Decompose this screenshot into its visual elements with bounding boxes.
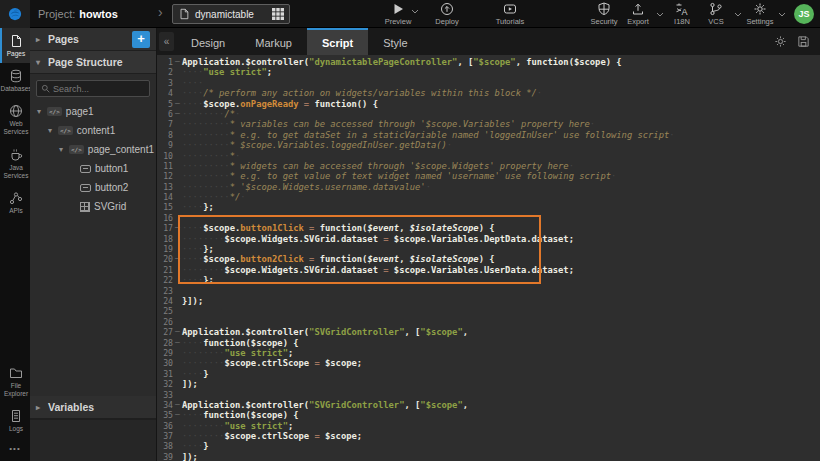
add-page-button[interactable]: + <box>132 31 150 48</box>
code-line[interactable]: 20–····$scope.button2Click = function($e… <box>157 254 820 264</box>
code-line[interactable]: 29········"use strict"; <box>157 348 820 358</box>
tab-style[interactable]: Style <box>368 28 422 55</box>
code-line[interactable]: 28–····function($scope) { <box>157 338 820 348</box>
collapse-panel-button[interactable]: « <box>159 32 174 51</box>
code-line[interactable]: 31····} <box>157 369 820 379</box>
code-line[interactable]: 32]); <box>157 379 820 389</box>
tree-item-page1[interactable]: ▾</>page1 <box>30 102 156 121</box>
vcs-button[interactable]: VCS <box>700 2 732 26</box>
code-line[interactable]: 23 <box>157 286 820 296</box>
fold-marker[interactable]: – <box>173 99 182 109</box>
tree-item-button1[interactable]: button1 <box>30 159 156 178</box>
code-line[interactable]: 22····}; <box>157 275 820 285</box>
code-line[interactable]: 33 <box>157 390 820 400</box>
sidebar-item-databases[interactable]: Databases <box>0 63 30 98</box>
code-line[interactable]: 2····"use strict"; <box>157 67 820 77</box>
save-icon[interactable] <box>797 35 810 48</box>
code-line[interactable]: 36········"use strict"; <box>157 421 820 431</box>
caret-down-icon[interactable]: ▾ <box>46 126 54 135</box>
tab-design[interactable]: Design <box>176 28 240 55</box>
sidebar-item-web-services[interactable]: Web Services <box>0 98 30 141</box>
code-line[interactable]: 16 <box>157 213 820 223</box>
fold-marker[interactable]: – <box>173 223 182 233</box>
variables-section-header[interactable]: ▸ Variables <box>30 396 156 419</box>
page-structure-header[interactable]: ▾ Page Structure <box>30 51 156 74</box>
sidebar-item-pages[interactable]: Pages <box>0 28 30 63</box>
code-line[interactable]: 15····}; <box>157 202 820 212</box>
app-logo[interactable] <box>0 0 30 28</box>
security-button[interactable]: Security <box>588 2 620 26</box>
code-line[interactable]: 30········$scope.ctrlScope = $scope; <box>157 358 820 368</box>
sidebar-item-file-explorer[interactable]: File Explorer <box>0 360 30 403</box>
deploy-button[interactable]: Deploy <box>425 2 469 26</box>
code-line[interactable]: 12·········* e.g. to get value of text w… <box>157 171 820 181</box>
activity-bar-spacer <box>0 220 30 360</box>
code-line[interactable]: 1–Application.$controller("dynamictableP… <box>157 57 820 67</box>
code-line[interactable]: 11·········* widgets can be accessed thr… <box>157 161 820 171</box>
tree-item-button2[interactable]: button2 <box>30 178 156 197</box>
code-line[interactable]: 5–····$scope.onPageReady = function() { <box>157 99 820 109</box>
script-settings-gear-icon[interactable] <box>774 35 787 48</box>
caret-down-icon[interactable]: ▾ <box>57 145 65 154</box>
line-number: 35 <box>157 410 173 420</box>
pages-section-label: Pages <box>48 33 127 45</box>
code-line[interactable]: 24}]); <box>157 296 820 306</box>
sidebar-item-java-services[interactable]: Java Services <box>0 142 30 185</box>
i18n-button[interactable]: A I18N <box>666 2 698 26</box>
line-number: 13 <box>157 182 173 192</box>
tab-markup[interactable]: Markup <box>240 28 307 55</box>
export-button[interactable]: Export <box>622 2 654 26</box>
more-options-icon[interactable]: ••• <box>0 438 30 461</box>
code-line[interactable]: 4····/* perform any action on widgets/va… <box>157 88 820 98</box>
code-line[interactable]: 17–····$scope.button1Click = function($e… <box>157 223 820 233</box>
code-line[interactable]: 21········$scope.Widgets.SVGrid.dataset … <box>157 265 820 275</box>
sidebar-item-apis[interactable]: APIs <box>0 185 30 220</box>
code-line[interactable]: 6–········/*· <box>157 109 820 119</box>
code-line[interactable]: 38····} <box>157 441 820 451</box>
sidebar-item-logs[interactable]: Logs <box>0 403 30 438</box>
preview-dropdown[interactable] <box>409 2 421 15</box>
code-line[interactable]: 37········$scope.ctrlScope = $scope; <box>157 431 820 441</box>
code-line[interactable]: 27–Application.$controller("SVGridContro… <box>157 327 820 337</box>
fold-marker[interactable]: – <box>173 57 182 67</box>
line-number: 14 <box>157 192 173 202</box>
chevron-down-icon[interactable] <box>734 12 742 18</box>
grid-view-icon[interactable] <box>272 8 284 20</box>
code-line[interactable]: 34–Application.$controller("SVGridContro… <box>157 400 820 410</box>
tree-item-SVGrid[interactable]: SVGrid <box>30 197 156 216</box>
tree-item-content1[interactable]: ▾</>content1 <box>30 121 156 140</box>
chevron-down-icon[interactable] <box>656 12 664 18</box>
project-breadcrumb[interactable]: Project: howtos <box>38 0 118 28</box>
fold-marker[interactable]: – <box>173 109 182 119</box>
code-line[interactable]: 18········$scope.Widgets.SVGrid.dataset … <box>157 234 820 244</box>
fold-marker[interactable]: – <box>173 327 182 337</box>
tab-script[interactable]: Script <box>307 28 368 55</box>
settings-button[interactable]: Settings <box>744 2 776 26</box>
sidebar-item-label: Web Services <box>2 120 30 136</box>
code-line[interactable]: 14·········*/· <box>157 192 820 202</box>
fold-marker[interactable]: – <box>173 400 182 410</box>
code-line[interactable]: 13·········* '$scope.Widgets.username.da… <box>157 182 820 192</box>
code-line[interactable]: 8·········* e.g. to get dataSet in a sta… <box>157 130 820 140</box>
code-line[interactable]: 26 <box>157 317 820 327</box>
fold-marker[interactable]: – <box>173 254 182 264</box>
code-line[interactable]: 10·········*· <box>157 151 820 161</box>
fold-marker[interactable]: – <box>173 338 182 348</box>
search-input[interactable] <box>53 84 145 94</box>
code-line[interactable]: 3···· <box>157 78 820 88</box>
code-line[interactable]: 35–····function($scope) { <box>157 410 820 420</box>
code-line[interactable]: 7·········* variables can be accessed th… <box>157 119 820 129</box>
code-line[interactable]: 39]); <box>157 452 820 461</box>
tutorials-button[interactable]: Tutorials <box>488 2 532 26</box>
page-tab-dynamictable[interactable]: dynamictable <box>172 4 290 24</box>
code-line[interactable]: 25 <box>157 306 820 316</box>
fold-marker[interactable]: – <box>173 410 182 420</box>
chevron-down-icon[interactable] <box>778 12 786 18</box>
code-line[interactable]: 19····}; <box>157 244 820 254</box>
code-editor[interactable]: 1–Application.$controller("dynamictableP… <box>157 55 820 461</box>
pages-section-header[interactable]: ▸ Pages + <box>30 28 156 51</box>
user-avatar[interactable]: JS <box>794 4 814 24</box>
tree-item-page_content1[interactable]: ▾</>page_content1 <box>30 140 156 159</box>
code-line[interactable]: 9·········* $scope.Variables.loggedInUse… <box>157 140 820 150</box>
caret-down-icon[interactable]: ▾ <box>35 107 43 116</box>
